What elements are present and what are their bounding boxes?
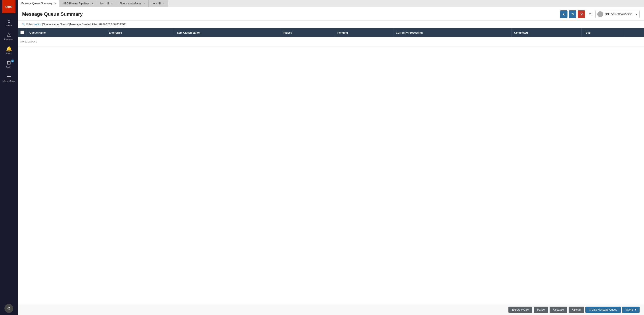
table-container: Queue Name Enterprise Item Classificatio… [18, 28, 644, 304]
filter-text: [Queue Name: *Items*][Message Created Af… [42, 23, 126, 26]
page-header: Message Queue Summary ★ ↻ ✕ ≡ ONEIValueC… [18, 7, 644, 21]
sidebar-item-alerts[interactable]: 🔔 Alerts [0, 43, 18, 57]
user-name: ONEIValueChainAdmin [605, 13, 634, 16]
home-icon: ⌂ [7, 18, 10, 24]
th-enterprise: Enterprise [106, 28, 174, 37]
th-paused: Paused [280, 28, 334, 37]
actions-label: Actions [625, 308, 634, 311]
menus-icon: ☰ [7, 74, 11, 80]
tab-close-icon[interactable]: ✕ [143, 2, 145, 5]
switch-badge: 2 [11, 60, 14, 62]
user-avatar [597, 11, 603, 17]
sidebar-item-label: Problems [4, 38, 14, 41]
sidebar-item-switch[interactable]: 2 ⊞ Switch [0, 57, 18, 71]
th-total: Total [582, 28, 624, 37]
th-currently-processing: Currently Processing [393, 28, 512, 37]
tab-close-icon[interactable]: ✕ [54, 2, 56, 5]
export-csv-button[interactable]: Export to CSV [508, 306, 532, 313]
switch-icon: ⊞ [7, 60, 11, 66]
tab-pipeline-interfaces[interactable]: Pipeline Interfaces ✕ [116, 0, 148, 7]
main-area: Message Queue Summary ✕ NEO Plasma Pipel… [18, 0, 644, 315]
chevron-down-icon: ▼ [634, 308, 637, 311]
pause-button[interactable]: Pause [534, 306, 548, 313]
tab-label: Item_IB [100, 2, 109, 5]
sidebar-item-label: Menus/Favs [3, 80, 15, 83]
refresh-icon: ↻ [571, 12, 574, 16]
avatar[interactable]: ⚙ [4, 304, 13, 313]
star-button[interactable]: ★ [560, 11, 568, 18]
no-data-row: No data found [18, 37, 644, 47]
sidebar-item-menus[interactable]: ☰ Menus/Favs [0, 71, 18, 85]
table-header-row: Queue Name Enterprise Item Classificatio… [18, 28, 644, 37]
sidebar-item-label: Home [6, 24, 12, 27]
tab-close-icon[interactable]: ✕ [163, 2, 165, 5]
header-actions: ★ ↻ ✕ ≡ ONEIValueChainAdmin ▼ [560, 10, 640, 18]
footer-bar: Export to CSV Pause Unpause Upload Creat… [18, 304, 644, 315]
sidebar-bottom: ⚙ [0, 304, 18, 315]
actions-button[interactable]: Actions ▼ [622, 306, 640, 313]
filter-label: Filters [26, 23, 34, 26]
search-icon: 🔍 [22, 23, 26, 26]
close-button[interactable]: ✕ [578, 11, 585, 18]
sidebar-item-problems[interactable]: ⚠ Problems [0, 30, 18, 43]
upload-button[interactable]: Upload [568, 306, 584, 313]
th-completed: Completed [511, 28, 582, 37]
tab-label: Message Queue Summary [21, 2, 52, 5]
no-data-text: No data found [18, 37, 644, 47]
refresh-button[interactable]: ↻ [569, 11, 576, 18]
page-title: Message Queue Summary [22, 11, 83, 17]
chevron-down-icon: ▼ [636, 13, 638, 16]
table-body: No data found [18, 37, 644, 47]
th-pending: Pending [334, 28, 393, 37]
tab-bar: Message Queue Summary ✕ NEO Plasma Pipel… [18, 0, 644, 7]
star-icon: ★ [562, 12, 565, 16]
app-logo[interactable]: one [2, 0, 16, 13]
th-queue-name: Queue Name [27, 28, 106, 37]
select-all-checkbox[interactable] [20, 31, 24, 34]
tab-close-icon[interactable]: ✕ [111, 2, 113, 5]
create-message-queue-button[interactable]: Create Message Queue [586, 306, 620, 313]
tab-item-ib-1[interactable]: Item_IB ✕ [97, 0, 116, 7]
filter-edit-link[interactable]: (edit): [34, 23, 41, 26]
filter-bar: 🔍 Filters (edit): [Queue Name: *Items*][… [18, 21, 644, 28]
problems-icon: ⚠ [7, 32, 11, 38]
tab-label: Item_IB [152, 2, 161, 5]
data-table: Queue Name Enterprise Item Classificatio… [18, 28, 644, 47]
tab-item-ib-2[interactable]: Item_IB ✕ [148, 0, 168, 7]
content-area: Message Queue Summary ★ ↻ ✕ ≡ ONEIValueC… [18, 7, 644, 315]
tab-label: Pipeline Interfaces [120, 2, 141, 5]
alerts-icon: 🔔 [6, 46, 12, 52]
tab-neo-plasma-pipelines[interactable]: NEO Plasma Pipelines ✕ [60, 0, 97, 7]
hamburger-icon: ≡ [589, 12, 592, 17]
sidebar: one ⌂ Home ⚠ Problems 🔔 Alerts 2 ⊞ Switc… [0, 0, 18, 315]
unpause-button[interactable]: Unpause [550, 306, 567, 313]
th-item-classification: Item Classification [174, 28, 280, 37]
sidebar-item-home[interactable]: ⌂ Home [0, 16, 18, 30]
sidebar-item-label: Switch [6, 66, 12, 69]
user-dropdown[interactable]: ONEIValueChainAdmin ▼ [595, 10, 640, 18]
tab-close-icon[interactable]: ✕ [91, 2, 94, 5]
close-icon: ✕ [580, 12, 583, 16]
th-checkbox [18, 28, 27, 37]
tab-label: NEO Plasma Pipelines [63, 2, 90, 5]
sidebar-item-label: Alerts [6, 52, 12, 55]
th-actions [624, 28, 644, 37]
tab-message-queue-summary[interactable]: Message Queue Summary ✕ [18, 0, 60, 7]
menu-button[interactable]: ≡ [586, 11, 594, 18]
